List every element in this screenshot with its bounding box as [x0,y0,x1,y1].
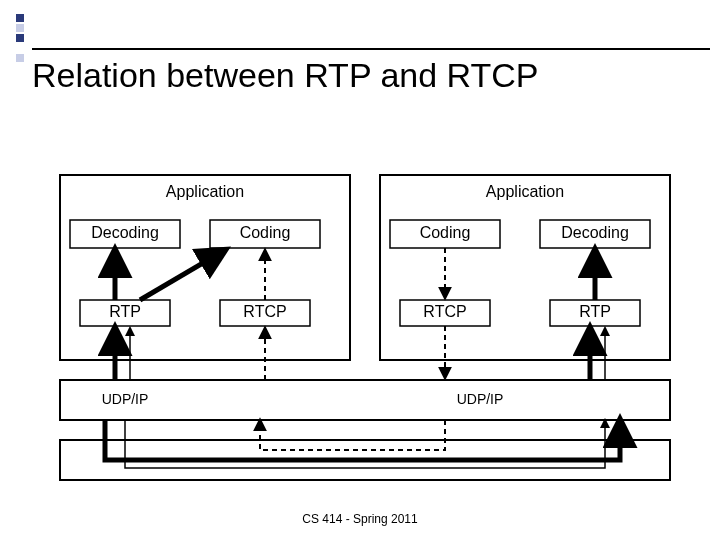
footer-text: CS 414 - Spring 2011 [0,512,720,526]
right-app-label: Application [486,183,564,200]
left-udp-label: UDP/IP [102,391,149,407]
left-rtcp-label: RTCP [243,303,286,320]
left-coding-label: Coding [240,224,291,241]
left-rtp-label: RTP [109,303,141,320]
right-udp-label: UDP/IP [457,391,504,407]
left-app-container [60,175,350,360]
path-network-dashed [260,420,445,450]
left-app-label: Application [166,183,244,200]
udp-container [60,380,670,420]
left-decoding-label: Decoding [91,224,159,241]
diagram-svg: Application Decoding Coding RTP RTCP App… [0,0,720,540]
right-rtcp-label: RTCP [423,303,466,320]
right-app-container [380,175,670,360]
right-rtp-label: RTP [579,303,611,320]
arrow-left-rtp-to-coding [140,250,225,300]
right-coding-label: Coding [420,224,471,241]
right-decoding-label: Decoding [561,224,629,241]
